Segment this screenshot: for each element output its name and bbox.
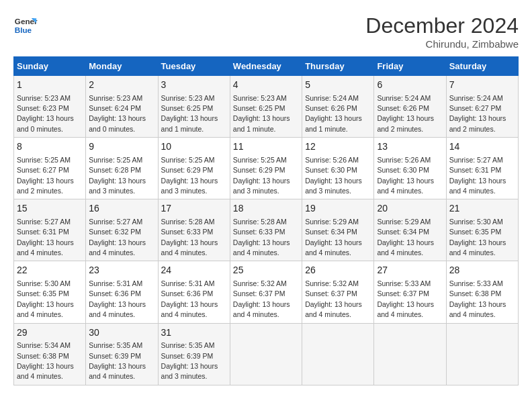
day-number: 27 bbox=[377, 264, 443, 277]
day-info: Sunrise: 5:32 AMSunset: 6:37 PMDaylight:… bbox=[305, 279, 362, 318]
calendar-table: SundayMondayTuesdayWednesdayThursdayFrid… bbox=[13, 56, 519, 385]
day-number: 28 bbox=[449, 264, 515, 277]
calendar-cell: 19 Sunrise: 5:29 AMSunset: 6:34 PMDaylig… bbox=[302, 199, 374, 261]
day-info: Sunrise: 5:35 AMSunset: 6:39 PMDaylight:… bbox=[161, 341, 218, 380]
day-number: 21 bbox=[449, 202, 515, 216]
week-row-2: 15 Sunrise: 5:27 AMSunset: 6:31 PMDaylig… bbox=[14, 199, 519, 261]
calendar-cell: 31 Sunrise: 5:35 AMSunset: 6:39 PMDaylig… bbox=[158, 323, 230, 385]
day-number: 5 bbox=[305, 79, 371, 92]
calendar-cell: 22 Sunrise: 5:30 AMSunset: 6:35 PMDaylig… bbox=[14, 261, 86, 323]
calendar-cell: 6 Sunrise: 5:24 AMSunset: 6:26 PMDayligh… bbox=[374, 76, 446, 138]
day-info: Sunrise: 5:28 AMSunset: 6:33 PMDaylight:… bbox=[161, 218, 218, 257]
day-info: Sunrise: 5:25 AMSunset: 6:29 PMDaylight:… bbox=[233, 156, 290, 195]
day-info: Sunrise: 5:31 AMSunset: 6:36 PMDaylight:… bbox=[89, 279, 146, 318]
calendar-cell: 12 Sunrise: 5:26 AMSunset: 6:30 PMDaylig… bbox=[302, 138, 374, 199]
calendar-cell: 3 Sunrise: 5:23 AMSunset: 6:25 PMDayligh… bbox=[158, 76, 230, 138]
day-info: Sunrise: 5:23 AMSunset: 6:23 PMDaylight:… bbox=[17, 94, 74, 133]
day-number: 17 bbox=[161, 202, 227, 216]
day-number: 16 bbox=[89, 202, 154, 216]
calendar-cell: 18 Sunrise: 5:28 AMSunset: 6:33 PMDaylig… bbox=[230, 199, 302, 261]
calendar-cell bbox=[302, 323, 374, 385]
day-info: Sunrise: 5:27 AMSunset: 6:31 PMDaylight:… bbox=[449, 156, 506, 195]
day-info: Sunrise: 5:32 AMSunset: 6:37 PMDaylight:… bbox=[233, 279, 290, 318]
day-info: Sunrise: 5:34 AMSunset: 6:38 PMDaylight:… bbox=[17, 341, 74, 380]
day-info: Sunrise: 5:33 AMSunset: 6:38 PMDaylight:… bbox=[449, 279, 506, 318]
calendar-cell: 24 Sunrise: 5:31 AMSunset: 6:36 PMDaylig… bbox=[158, 261, 230, 323]
calendar-cell: 14 Sunrise: 5:27 AMSunset: 6:31 PMDaylig… bbox=[446, 138, 518, 199]
day-number: 1 bbox=[17, 79, 83, 92]
day-number: 11 bbox=[233, 140, 299, 154]
day-number: 4 bbox=[233, 79, 299, 92]
header-monday: Monday bbox=[86, 57, 158, 76]
calendar-cell: 30 Sunrise: 5:35 AMSunset: 6:39 PMDaylig… bbox=[86, 323, 158, 385]
calendar-cell: 26 Sunrise: 5:32 AMSunset: 6:37 PMDaylig… bbox=[302, 261, 374, 323]
calendar-cell: 11 Sunrise: 5:25 AMSunset: 6:29 PMDaylig… bbox=[230, 138, 302, 199]
day-number: 19 bbox=[305, 202, 371, 216]
week-row-3: 22 Sunrise: 5:30 AMSunset: 6:35 PMDaylig… bbox=[14, 261, 519, 323]
calendar-cell: 13 Sunrise: 5:26 AMSunset: 6:30 PMDaylig… bbox=[374, 138, 446, 199]
day-number: 12 bbox=[305, 140, 371, 154]
title-block: December 2024 Chirundu, Zimbabwe bbox=[365, 13, 519, 50]
calendar-cell: 2 Sunrise: 5:23 AMSunset: 6:24 PMDayligh… bbox=[86, 76, 158, 138]
day-info: Sunrise: 5:23 AMSunset: 6:25 PMDaylight:… bbox=[233, 94, 290, 133]
day-number: 2 bbox=[89, 79, 154, 92]
day-number: 13 bbox=[377, 140, 443, 154]
day-number: 7 bbox=[449, 79, 515, 92]
calendar-cell: 17 Sunrise: 5:28 AMSunset: 6:33 PMDaylig… bbox=[158, 199, 230, 261]
calendar-cell: 4 Sunrise: 5:23 AMSunset: 6:25 PMDayligh… bbox=[230, 76, 302, 138]
day-number: 14 bbox=[449, 140, 515, 154]
day-info: Sunrise: 5:23 AMSunset: 6:25 PMDaylight:… bbox=[161, 94, 218, 133]
day-info: Sunrise: 5:27 AMSunset: 6:32 PMDaylight:… bbox=[89, 218, 146, 257]
day-info: Sunrise: 5:25 AMSunset: 6:29 PMDaylight:… bbox=[161, 156, 218, 195]
day-number: 29 bbox=[17, 326, 83, 340]
header-sunday: Sunday bbox=[14, 57, 86, 76]
calendar-header-row: SundayMondayTuesdayWednesdayThursdayFrid… bbox=[14, 57, 519, 76]
week-row-1: 8 Sunrise: 5:25 AMSunset: 6:27 PMDayligh… bbox=[14, 138, 519, 199]
day-info: Sunrise: 5:31 AMSunset: 6:36 PMDaylight:… bbox=[161, 279, 218, 318]
calendar-cell: 5 Sunrise: 5:24 AMSunset: 6:26 PMDayligh… bbox=[302, 76, 374, 138]
day-number: 20 bbox=[377, 202, 443, 216]
day-number: 6 bbox=[377, 79, 443, 92]
month-title: December 2024 bbox=[365, 13, 519, 38]
day-info: Sunrise: 5:26 AMSunset: 6:30 PMDaylight:… bbox=[305, 156, 362, 195]
day-number: 18 bbox=[233, 202, 299, 216]
calendar-cell: 28 Sunrise: 5:33 AMSunset: 6:38 PMDaylig… bbox=[446, 261, 518, 323]
calendar-cell: 15 Sunrise: 5:27 AMSunset: 6:31 PMDaylig… bbox=[14, 199, 86, 261]
calendar-cell: 10 Sunrise: 5:25 AMSunset: 6:29 PMDaylig… bbox=[158, 138, 230, 199]
day-info: Sunrise: 5:29 AMSunset: 6:34 PMDaylight:… bbox=[305, 218, 362, 257]
day-info: Sunrise: 5:26 AMSunset: 6:30 PMDaylight:… bbox=[377, 156, 434, 195]
calendar-cell: 27 Sunrise: 5:33 AMSunset: 6:37 PMDaylig… bbox=[374, 261, 446, 323]
day-info: Sunrise: 5:35 AMSunset: 6:39 PMDaylight:… bbox=[89, 341, 146, 380]
day-number: 10 bbox=[161, 140, 227, 154]
day-info: Sunrise: 5:33 AMSunset: 6:37 PMDaylight:… bbox=[377, 279, 434, 318]
calendar-cell: 25 Sunrise: 5:32 AMSunset: 6:37 PMDaylig… bbox=[230, 261, 302, 323]
calendar-cell bbox=[374, 323, 446, 385]
logo: General Blue bbox=[13, 13, 38, 38]
day-number: 22 bbox=[17, 264, 83, 277]
page-header: General Blue December 2024 Chirundu, Zim… bbox=[13, 13, 519, 50]
day-info: Sunrise: 5:25 AMSunset: 6:28 PMDaylight:… bbox=[89, 156, 146, 195]
calendar-cell bbox=[230, 323, 302, 385]
day-number: 9 bbox=[89, 140, 154, 154]
day-number: 30 bbox=[89, 326, 154, 340]
day-info: Sunrise: 5:25 AMSunset: 6:27 PMDaylight:… bbox=[17, 156, 74, 195]
day-number: 25 bbox=[233, 264, 299, 277]
calendar-cell: 8 Sunrise: 5:25 AMSunset: 6:27 PMDayligh… bbox=[14, 138, 86, 199]
day-info: Sunrise: 5:23 AMSunset: 6:24 PMDaylight:… bbox=[89, 94, 146, 133]
day-info: Sunrise: 5:24 AMSunset: 6:26 PMDaylight:… bbox=[305, 94, 362, 133]
header-wednesday: Wednesday bbox=[230, 57, 302, 76]
header-friday: Friday bbox=[374, 57, 446, 76]
header-saturday: Saturday bbox=[446, 57, 518, 76]
header-thursday: Thursday bbox=[302, 57, 374, 76]
day-number: 15 bbox=[17, 202, 83, 216]
calendar-cell: 16 Sunrise: 5:27 AMSunset: 6:32 PMDaylig… bbox=[86, 199, 158, 261]
day-number: 8 bbox=[17, 140, 83, 154]
calendar-cell: 20 Sunrise: 5:29 AMSunset: 6:34 PMDaylig… bbox=[374, 199, 446, 261]
calendar-cell: 21 Sunrise: 5:30 AMSunset: 6:35 PMDaylig… bbox=[446, 199, 518, 261]
calendar-cell: 29 Sunrise: 5:34 AMSunset: 6:38 PMDaylig… bbox=[14, 323, 86, 385]
calendar-cell: 7 Sunrise: 5:24 AMSunset: 6:27 PMDayligh… bbox=[446, 76, 518, 138]
day-number: 3 bbox=[161, 79, 227, 92]
day-info: Sunrise: 5:30 AMSunset: 6:35 PMDaylight:… bbox=[17, 279, 74, 318]
day-info: Sunrise: 5:27 AMSunset: 6:31 PMDaylight:… bbox=[17, 218, 74, 257]
week-row-4: 29 Sunrise: 5:34 AMSunset: 6:38 PMDaylig… bbox=[14, 323, 519, 385]
